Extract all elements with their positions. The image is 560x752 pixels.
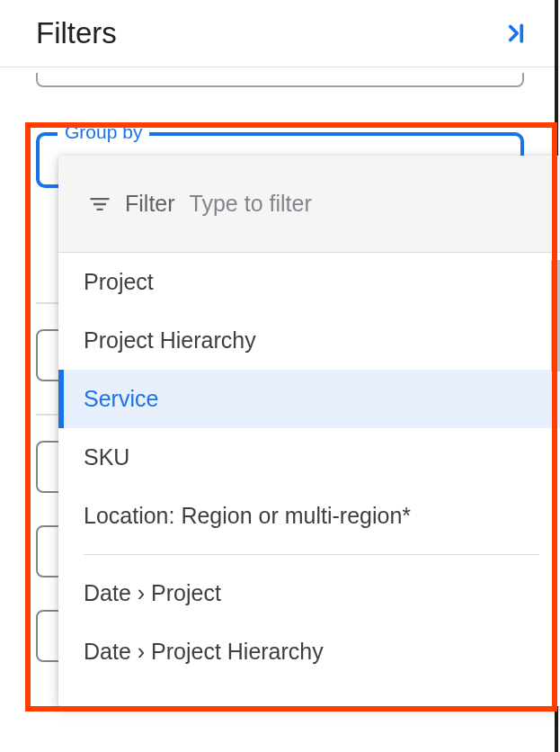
group-by-dropdown: Filter Project Project Hierarchy Service… xyxy=(58,156,560,706)
dropdown-option-sku[interactable]: SKU xyxy=(58,428,560,487)
dropdown-filter-bar: Filter xyxy=(58,156,560,253)
dropdown-filter-input[interactable] xyxy=(188,190,536,218)
collapse-panel-button[interactable] xyxy=(499,16,533,50)
dropdown-scrollbar[interactable] xyxy=(551,260,560,372)
panel-header: Filters xyxy=(0,0,560,67)
collapse-right-icon xyxy=(502,20,529,47)
dropdown-option-project[interactable]: Project xyxy=(58,253,560,311)
dropdown-divider xyxy=(84,554,539,555)
dropdown-option-location[interactable]: Location: Region or multi-region* xyxy=(58,487,560,545)
previous-field-bottom xyxy=(36,73,524,87)
panel-title: Filters xyxy=(36,16,117,50)
dropdown-filter-label: Filter xyxy=(125,191,175,217)
group-by-legend: Group by xyxy=(58,121,149,143)
dropdown-option-date-project[interactable]: Date › Project xyxy=(58,564,560,622)
dropdown-option-project-hierarchy[interactable]: Project Hierarchy xyxy=(58,311,560,370)
dropdown-option-service[interactable]: Service xyxy=(58,370,560,428)
dropdown-option-list: Project Project Hierarchy Service SKU Lo… xyxy=(58,253,560,699)
filter-list-icon xyxy=(87,192,112,217)
dropdown-option-date-project-hierarchy[interactable]: Date › Project Hierarchy xyxy=(58,622,560,681)
